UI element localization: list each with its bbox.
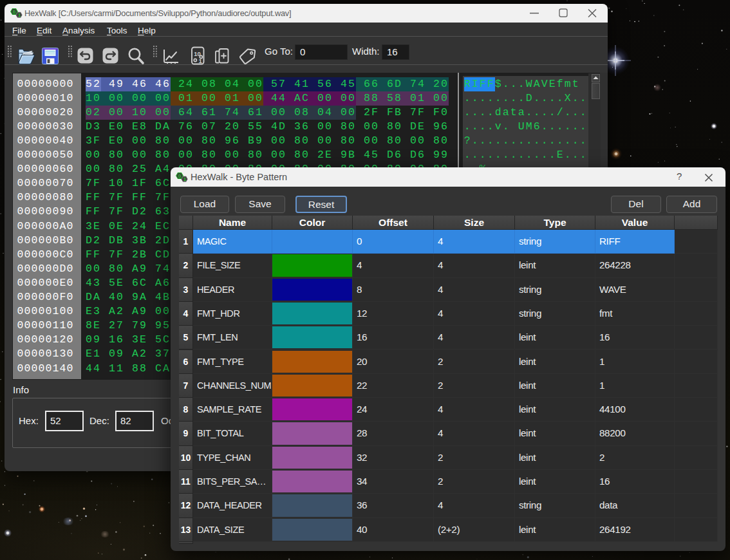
svg-text:0: 0 [13, 9, 16, 15]
svg-text:1: 1 [183, 176, 186, 182]
svg-text:1: 1 [18, 12, 21, 18]
svg-text:1: 1 [199, 57, 203, 64]
svg-text:0: 0 [178, 173, 182, 179]
